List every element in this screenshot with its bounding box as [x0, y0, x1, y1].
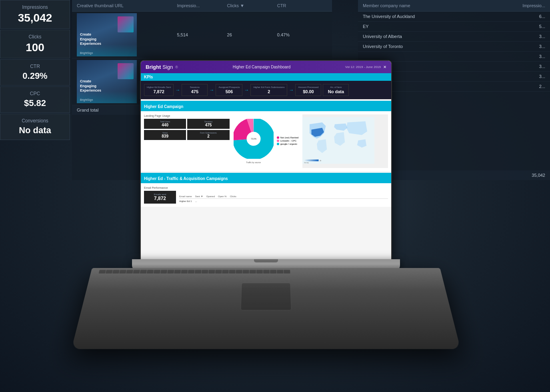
col-creative[interactable]: Creative thumbnail URL	[77, 3, 177, 8]
key	[270, 270, 276, 274]
kpi-emails-value: 7,872	[147, 89, 171, 94]
key	[250, 270, 256, 274]
creative-thumbnail-1: CreateEngagingExperiences BrightSign	[77, 13, 137, 56]
emails-sent-box: Emails sent 7,872	[144, 191, 176, 204]
key	[112, 270, 120, 274]
logo-bright: Bright	[146, 64, 161, 70]
email-row-1: Higher Ed 1 ...	[179, 199, 388, 204]
key	[126, 270, 133, 274]
key	[208, 270, 215, 274]
col-clicks[interactable]: Clicks ▼	[227, 3, 277, 8]
email-table-header-mini: Email name Sent ▼ Opened Open % Clicks	[179, 195, 388, 199]
legend-label-1: Not (not) Ranked	[280, 136, 299, 139]
conversions-label: Conversions	[6, 118, 64, 124]
keyboard-grid	[97, 270, 435, 281]
kpi-sessions-label: Sessions	[184, 86, 205, 88]
laptop-screen: Bright Sign ® Higher Ed Campaign Dashboa…	[140, 60, 392, 260]
stat-sessions-value: 475	[189, 123, 228, 127]
svg-text:Geo map: Geo map	[304, 162, 309, 164]
table-row: The University of Auckland 6...	[358, 12, 550, 22]
key	[147, 270, 154, 274]
higher-ed-section: Higher Ed Campaign	[141, 101, 391, 111]
imp-4: 3...	[539, 44, 545, 49]
key	[222, 270, 229, 274]
key	[195, 270, 202, 274]
imp-3: 3...	[539, 34, 545, 39]
legend-item-1: Not (not) Ranked	[277, 136, 299, 139]
close-button[interactable]: ✕	[383, 65, 386, 69]
laptop-trackpad[interactable]	[240, 283, 291, 310]
map-section: 45 Geo map	[302, 114, 388, 168]
key	[284, 270, 290, 274]
creative-thumb-container: CreateEngagingExperiences BrightSign	[77, 12, 177, 58]
svg-rect-6	[304, 160, 319, 162]
email-col-name: Email name	[179, 195, 192, 198]
legend-dot-2	[277, 140, 279, 142]
imp-2: 5...	[539, 24, 545, 29]
impressions-label: Impressions	[6, 4, 64, 10]
key	[160, 270, 167, 274]
impressions-card: Impressions 35,042	[0, 0, 70, 29]
key	[202, 270, 208, 274]
cpc-value: $5.82	[6, 98, 64, 108]
imp-1: 6...	[539, 14, 545, 19]
stat-form-sub-value: 2	[189, 134, 228, 138]
key	[256, 270, 263, 274]
key	[229, 270, 236, 274]
email-col-opened: Opened	[206, 195, 215, 198]
kpi-sessions-value: 475	[184, 89, 205, 94]
laptop-base	[72, 268, 461, 349]
kpi-arrow-3: →	[244, 87, 249, 93]
key	[181, 270, 188, 274]
imp-5: 3...	[539, 54, 545, 59]
key	[167, 270, 174, 274]
laptop-hinge	[254, 259, 278, 262]
kpis-section: KPIs	[141, 73, 391, 81]
conversions-card: Conversions No data	[0, 114, 70, 140]
ctr-label: CTR	[6, 64, 64, 69]
bg-table-header: Creative thumbnail URL Impressio... Clic…	[72, 0, 332, 12]
legend-dot-3	[277, 143, 279, 145]
stat-sessions: Sessions 475	[187, 119, 229, 129]
legend-dot-1	[277, 136, 279, 139]
company-2: EY	[363, 24, 369, 29]
pie-chart: 73.9%	[234, 119, 274, 159]
col-member-company[interactable]: Member company name	[363, 3, 410, 8]
email-col-sent: Sent ▼	[195, 195, 203, 198]
kpi-an-item: An. of Item No data	[323, 84, 349, 96]
thumb-logo-2: BrightSign	[80, 98, 93, 101]
kpi-emails-sent: Higher Ed Emails Sent 7,872	[144, 84, 174, 96]
key	[236, 270, 242, 274]
kpi-amount: Amount Processed $0.00	[295, 84, 321, 96]
kpi-an-item-label: An. of Item	[326, 86, 346, 88]
stat-views: Views 839	[144, 130, 186, 140]
stat-views-value: 839	[146, 134, 184, 138]
email-sent-1: ...	[195, 200, 197, 202]
email-perf-label: Email Performance	[144, 186, 388, 189]
traffic-section: Higher Ed - Traffic & Acquisition Campai…	[141, 173, 391, 183]
table-row: University of Toronto 3...	[358, 42, 550, 52]
dashboard-date: Vol 12: 2019 - June 2019	[345, 65, 381, 69]
kpi-arrow-1: →	[175, 87, 180, 93]
stats-grid: Total Users 440 Sessions 475 Views 839	[144, 119, 230, 140]
email-stats: Emails sent 7,872 Email name Sent ▼ Open…	[144, 191, 388, 204]
col-member-impressions[interactable]: Impressio...	[522, 3, 545, 8]
legend-label-3: google / organic	[280, 143, 298, 145]
kpi-sessions: Sessions 475	[182, 84, 208, 96]
landing-label: Landing Page Usage	[144, 114, 230, 117]
key	[140, 270, 147, 274]
cpc-card: CPC $5.82	[0, 86, 70, 113]
impressions-value: 35,042	[6, 12, 64, 24]
kpi-prospects: Assigned Prospects 506	[216, 84, 242, 96]
company-1: The University of Auckland	[363, 14, 415, 19]
imp-8: 2...	[539, 84, 545, 89]
cell-impressions-1: 5,514	[177, 32, 227, 37]
cpc-label: CPC	[6, 91, 64, 96]
col-impressions[interactable]: Impressio...	[177, 3, 227, 8]
conversions-value: No data	[6, 125, 64, 136]
landing-page-section: Landing Page Usage Total Users 440 Sessi…	[144, 114, 230, 168]
geo-map: 45 Geo map	[302, 114, 374, 166]
email-col-clicks: Clicks	[230, 195, 236, 198]
dashboard-title: Higher Ed Campaign Dashboard	[233, 65, 291, 69]
key	[106, 270, 113, 274]
